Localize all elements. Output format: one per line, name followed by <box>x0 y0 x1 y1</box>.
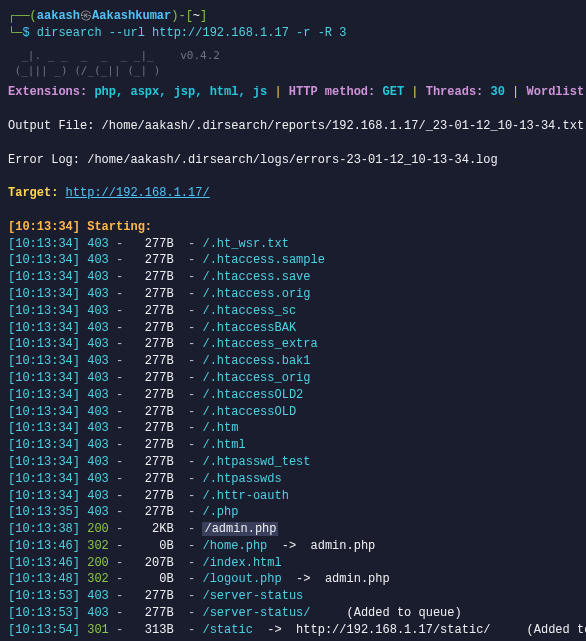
prompt-line-2: └─$ dirsearch --url http://192.168.1.17 … <box>8 25 578 42</box>
result-row: [10:13:34] 403 - 277B - /.htaccess.sampl… <box>8 252 578 269</box>
result-row: [10:13:34] 403 - 277B - /.ht_wsr.txt <box>8 236 578 253</box>
output-file: Output File: /home/aakash/.dirsearch/rep… <box>8 118 578 135</box>
result-row: [10:13:34] 403 - 277B - /.htaccessOLD2 <box>8 387 578 404</box>
target-url[interactable]: http://192.168.1.17/ <box>66 186 210 200</box>
result-static: [10:13:54] 301 - 313B - /static -> http:… <box>8 622 578 639</box>
config-line: Extensions: php, aspx, jsp, html, js | H… <box>8 84 578 101</box>
result-row: [10:13:34] 403 - 277B - /.htaccess_orig <box>8 370 578 387</box>
result-row: [10:13:35] 403 - 277B - /.php <box>8 504 578 521</box>
result-server-status-slash: [10:13:53] 403 - 277B - /server-status/ … <box>8 605 578 622</box>
prompt-line-1: ┌──(aakash㉿Aakashkumar)-[~] <box>8 8 578 25</box>
result-row: [10:13:34] 403 - 277B - /.htm <box>8 420 578 437</box>
result-server-status: [10:13:53] 403 - 277B - /server-status <box>8 588 578 605</box>
result-rows-1: [10:13:34] 403 - 277B - /.ht_wsr.txt[10:… <box>8 236 578 522</box>
command-text: dirsearch --url http://192.168.1.17 -r -… <box>37 26 347 40</box>
result-row: [10:13:34] 403 - 277B - /.htaccess.bak1 <box>8 353 578 370</box>
result-row: [10:13:34] 403 - 277B - /.htaccess_extra <box>8 336 578 353</box>
result-row: [10:13:34] 403 - 277B - /.htpasswd_test <box>8 454 578 471</box>
result-row: [10:13:34] 403 - 277B - /.httr-oauth <box>8 488 578 505</box>
result-row: [10:13:34] 403 - 277B - /.htaccess.save <box>8 269 578 286</box>
result-row: [10:13:34] 403 - 277B - /.htaccessBAK <box>8 320 578 337</box>
result-index: [10:13:46] 200 - 207B - /index.html <box>8 555 578 572</box>
result-logout: [10:13:48] 302 - 0B - /logout.php -> adm… <box>8 571 578 588</box>
result-admin: [10:13:38] 200 - 2KB - /admin.php <box>8 521 578 538</box>
target-line: Target: http://192.168.1.17/ <box>8 185 578 202</box>
dirsearch-logo: _|. _ _ _ _ _ _|_ v0.4.2 (_||| _) (/_(_|… <box>8 48 578 79</box>
result-row: [10:13:34] 403 - 277B - /.htpasswds <box>8 471 578 488</box>
error-log: Error Log: /home/aakash/.dirsearch/logs/… <box>8 152 578 169</box>
result-row: [10:13:34] 403 - 277B - /.htaccess_sc <box>8 303 578 320</box>
result-row: [10:13:34] 403 - 277B - /.html <box>8 437 578 454</box>
starting-line-1: [10:13:34] Starting: <box>8 219 578 236</box>
terminal-output: ┌──(aakash㉿Aakashkumar)-[~] └─$ dirsearc… <box>8 8 578 641</box>
result-home: [10:13:46] 302 - 0B - /home.php -> admin… <box>8 538 578 555</box>
result-row: [10:13:34] 403 - 277B - /.htaccess.orig <box>8 286 578 303</box>
result-row: [10:13:34] 403 - 277B - /.htaccessOLD <box>8 404 578 421</box>
